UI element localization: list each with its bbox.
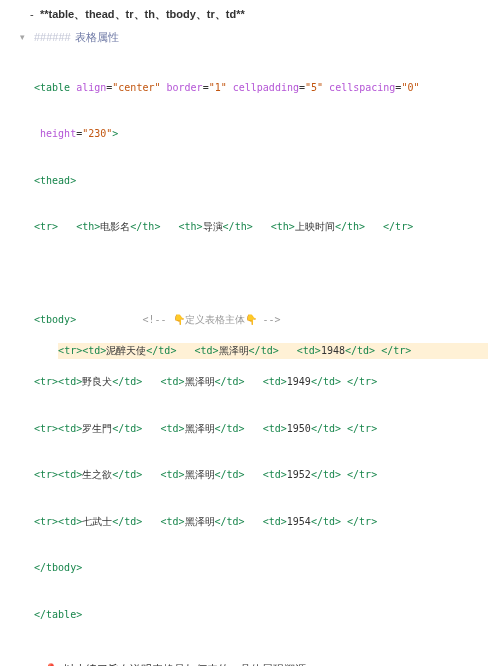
highlighted-code-line: <tr><td>泥醉天使</td> <td>黑泽明</td> <td>1948<… [58, 343, 488, 359]
heading-row: ▾ ###### 表格属性 [12, 30, 488, 45]
collapse-triangle-icon[interactable]: ▾ [20, 32, 30, 42]
code-block[interactable]: <table align="center" border="1" cellpad… [34, 49, 488, 654]
heading-title: 表格属性 [75, 30, 119, 45]
bullet-tags-list: **table、thead、tr、th、tbody、tr、td** [12, 4, 488, 30]
heading-line: ###### 表格属性 [34, 30, 119, 45]
heading-hashes: ###### [34, 31, 71, 43]
bullet-text: **table、thead、tr、th、tbody、tr、td** [40, 8, 245, 20]
note-line-1: 📍 以上练习旨在说明表格是如何来的，具体展现溯源。 [34, 659, 488, 666]
editor-panel: **table、thead、tr、th、tbody、tr、td** ▾ ####… [0, 0, 500, 666]
editor-notes: 📍 以上练习旨在说明表格是如何来的，具体展现溯源。 📍 ==<thead> </… [34, 659, 488, 666]
